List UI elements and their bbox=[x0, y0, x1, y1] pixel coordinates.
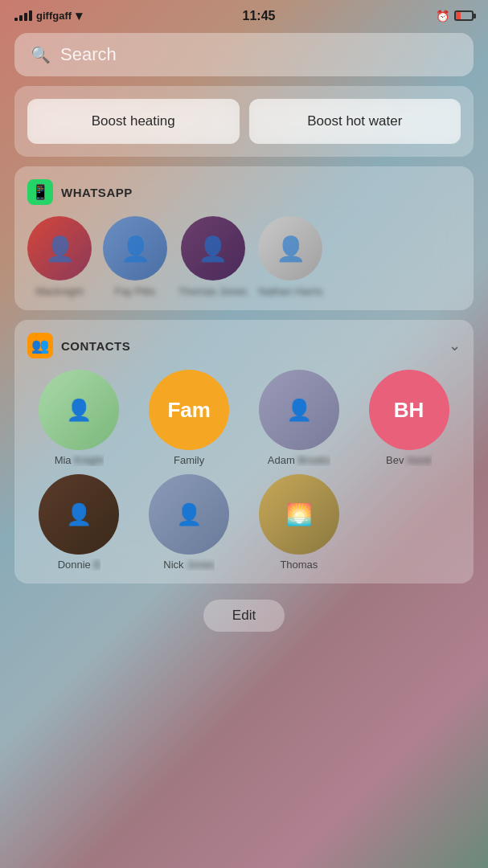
contact-name-adam: Adam Brooks bbox=[268, 454, 330, 466]
bev-initials: BH bbox=[394, 398, 424, 423]
contact-name-family: Family bbox=[174, 454, 204, 466]
edit-button-wrapper: Edit bbox=[14, 593, 474, 645]
contact-mia[interactable]: 👤 Mia Knight bbox=[27, 370, 131, 466]
whatsapp-logo-icon: 📱 bbox=[27, 179, 53, 205]
contact-adam[interactable]: 👤 Adam Brooks bbox=[248, 370, 351, 466]
contacts-title: CONTACTS bbox=[61, 339, 130, 353]
search-placeholder: Search bbox=[60, 44, 117, 65]
whatsapp-avatar-4: 👤 bbox=[258, 216, 322, 280]
avatar-nick-icon: 👤 bbox=[176, 502, 202, 527]
alarm-icon: ⏰ bbox=[436, 10, 449, 23]
avatar-thomas: 🌅 bbox=[259, 474, 339, 555]
boost-heating-button[interactable]: Boost heating bbox=[27, 99, 240, 144]
contact-name-mia: Mia Knight bbox=[55, 454, 104, 466]
avatar-adam: 👤 bbox=[259, 370, 339, 450]
whatsapp-avatar-2: 👤 bbox=[103, 216, 167, 280]
contact-thomas[interactable]: 🌅 Thomas bbox=[248, 474, 351, 571]
avatar-nick: 👤 bbox=[149, 474, 229, 555]
avatar-person-icon: 👤 bbox=[66, 398, 92, 423]
carrier-label: giffgaff bbox=[36, 10, 72, 22]
whatsapp-avatar-3: 👤 bbox=[181, 216, 245, 280]
whatsapp-contact-4[interactable]: 👤 Nathan Harris bbox=[258, 216, 322, 297]
clock: 11:45 bbox=[243, 9, 276, 23]
contacts-grid: 👤 Mia Knight Fam Family 👤 Adam Brooks bbox=[27, 370, 461, 571]
contact-name-donnie: Donnie B bbox=[58, 559, 100, 571]
whatsapp-avatar-1: 👤 bbox=[27, 216, 92, 280]
whatsapp-card: 📱 WHATSAPP 👤 Macknight 👤 Fay Pitts bbox=[14, 166, 474, 310]
whatsapp-header: 📱 WHATSAPP bbox=[27, 179, 461, 205]
chevron-down-icon[interactable]: ⌄ bbox=[449, 337, 461, 354]
avatar-silhouette-3: 👤 bbox=[181, 216, 245, 280]
search-icon: 🔍 bbox=[31, 45, 51, 64]
whatsapp-contacts-row: 👤 Macknight 👤 Fay Pitts 👤 Thomas Jones bbox=[27, 216, 461, 297]
whatsapp-contact-2[interactable]: 👤 Fay Pitts bbox=[103, 216, 167, 297]
contacts-card: 👥 CONTACTS ⌄ 👤 Mia Knight Fam Family bbox=[14, 320, 474, 583]
contact-name-thomas: Thomas bbox=[280, 559, 318, 571]
contact-name-nick: Nick Jones bbox=[163, 559, 215, 571]
boost-hot-water-button[interactable]: Boost hot water bbox=[249, 99, 461, 144]
avatar-adam-icon: 👤 bbox=[286, 398, 312, 423]
boost-card: Boost heating Boost hot water bbox=[14, 86, 474, 157]
whatsapp-contact-name-2: Fay Pitts bbox=[115, 285, 156, 297]
search-bar[interactable]: 🔍 Search bbox=[14, 33, 474, 76]
contact-donnie[interactable]: 👤 Donnie B bbox=[27, 474, 131, 571]
contacts-app-icon: 👥 bbox=[27, 333, 53, 358]
wifi-icon: ▾ bbox=[76, 8, 82, 23]
avatar-silhouette-2: 👤 bbox=[103, 216, 167, 280]
status-bar: giffgaff ▾ 11:45 ⏰ bbox=[0, 0, 488, 28]
contact-name-bev: Bev Hurst bbox=[386, 454, 432, 466]
avatar-silhouette-4: 👤 bbox=[258, 216, 322, 280]
boost-buttons-container: Boost heating Boost hot water bbox=[27, 99, 461, 144]
contact-nick[interactable]: 👤 Nick Jones bbox=[137, 474, 241, 571]
avatar-silhouette-1: 👤 bbox=[27, 216, 92, 280]
avatar-mia: 👤 bbox=[39, 370, 119, 450]
avatar-donnie-icon: 👤 bbox=[66, 502, 92, 527]
status-right: ⏰ bbox=[436, 10, 474, 23]
contact-family[interactable]: Fam Family bbox=[137, 370, 241, 466]
avatar-bev: BH bbox=[369, 370, 449, 450]
whatsapp-contact-name-1: Macknight bbox=[35, 285, 83, 297]
avatar-donnie: 👤 bbox=[39, 474, 119, 555]
contact-bev[interactable]: BH Bev Hurst bbox=[357, 370, 461, 466]
whatsapp-contact-name-3: Thomas Jones bbox=[178, 285, 247, 297]
family-initials: Fam bbox=[167, 398, 210, 423]
avatar-family: Fam bbox=[149, 370, 229, 450]
signal-bars-icon bbox=[14, 10, 32, 21]
battery-icon bbox=[454, 10, 474, 21]
whatsapp-contact-3[interactable]: 👤 Thomas Jones bbox=[178, 216, 247, 297]
edit-button[interactable]: Edit bbox=[203, 600, 285, 632]
whatsapp-title: WHATSAPP bbox=[61, 186, 133, 199]
contacts-header: 👥 CONTACTS ⌄ bbox=[27, 333, 461, 358]
main-content: 🔍 Search Boost heating Boost hot water 📱… bbox=[0, 28, 488, 661]
avatar-thomas-icon: 🌅 bbox=[286, 502, 312, 527]
whatsapp-contact-1[interactable]: 👤 Macknight bbox=[27, 216, 92, 297]
whatsapp-contact-name-4: Nathan Harris bbox=[258, 285, 322, 297]
status-left: giffgaff ▾ bbox=[14, 8, 82, 23]
